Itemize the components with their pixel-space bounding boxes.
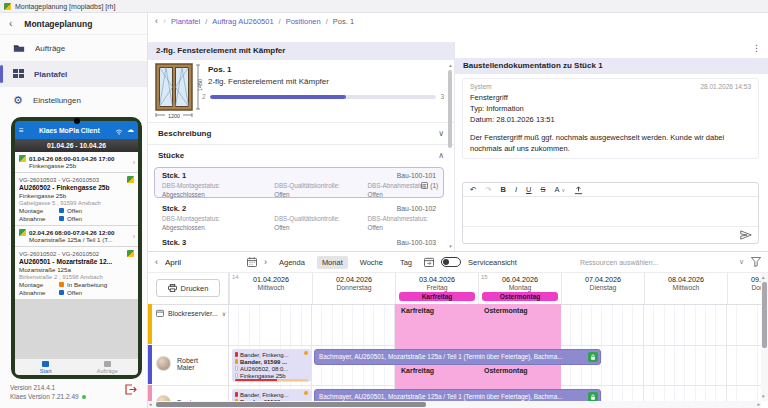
documentation-entry: System 28.01.2026 14:53 Fenstergriff Typ… [462,78,759,159]
bold-button[interactable]: B [501,186,506,194]
breadcrumb-plantafel[interactable]: Plantafel [171,17,200,26]
list-item[interactable]: VG-26010502 - VG-26010502 AU260501 - Moz… [15,247,138,299]
day-date: 07.04.2026 [562,275,644,284]
folder-icon [13,39,25,57]
undo-icon[interactable]: ↶ [470,186,476,194]
stueck-bau-number: Bau-100-101 [397,172,436,179]
vg-number: VG-26010502 - VG-26010502 [19,251,99,257]
phone-tab-start[interactable]: Start [15,359,77,375]
logout-icon[interactable] [124,381,137,399]
sidebar-item-plantafel[interactable]: Plantafel [0,61,147,87]
position-panel-header: 2-flg. Fensterelement mit Kämpfer [148,43,454,60]
day-header: 09.04.2026 Donnerstag [727,273,761,304]
chip-line: Bander, Finkeng... [240,392,289,398]
filter-icon[interactable] [751,253,761,271]
panel-scrollbar[interactable]: ▴ ▾ [447,60,454,251]
breadcrumb-auftrag[interactable]: Auftrag AU260501 [212,17,273,26]
menu-icon[interactable]: ≡ [19,126,24,135]
redo-icon[interactable]: ↷ [485,186,491,194]
datepicker-icon[interactable] [247,253,257,271]
prev-month-icon[interactable]: ‹ [155,257,158,267]
day-date: 02.04.2026 [313,275,395,284]
calendar-event[interactable]: Bachmayer, AU260501, Mozartstraße 125a /… [314,389,601,401]
board-icon [13,65,24,83]
stueck-title: Stck. 3 [162,238,186,247]
day-header: 03.04.2026 Freitag Karfreitag [395,273,478,304]
sidebar-item-einstellungen[interactable]: ⚙ Einstellungen [0,87,147,113]
day-header: 15 06.04.2026 Montag Ostermontag [478,273,561,304]
list-item[interactable]: 02.04.26 08:00-07.04.26 12:00 Mozartstra… [15,226,138,246]
note-badge[interactable]: (1) [421,182,438,189]
day-header: 07.04.2026 Dienstag [561,273,644,304]
phone-app-title: Klaes MoPla Client [28,127,111,134]
status-label: DBS-Abnahmestatus: [367,215,428,222]
view-tab-woche[interactable]: Woche [355,256,388,269]
scroll-left-icon[interactable]: ◂ [149,402,152,407]
row-color-bar [148,304,152,344]
day-header: 02.04.2026 Donnerstag [312,273,395,304]
sidebar-back-icon[interactable]: ‹ [9,19,12,29]
breadcrumb-positionen[interactable]: Positionen [286,17,321,26]
scroll-up-icon[interactable]: ▴ [447,62,454,68]
appointment-title: Finkengasse 25b [29,162,134,169]
font-color-button[interactable]: A∨ [555,186,566,194]
service-view-toggle[interactable] [441,257,461,267]
print-button[interactable]: Drucken [156,279,220,297]
italic-button[interactable]: I [515,186,517,194]
chevron-right-icon: › [133,233,135,240]
scroll-down-icon[interactable]: ▾ [447,243,454,249]
upload-icon[interactable] [574,181,583,199]
documentation-panel: ⋮ Baustellendokumentation zu Stück 1 Sys… [455,42,768,251]
printer-icon [168,284,177,292]
stueck-card-2[interactable]: Stck. 2Bau-100-102 DBS-Montagestatus:Abg… [154,201,444,232]
status-value: Offen [274,191,289,198]
status-open-icon [59,290,64,295]
view-tab-agenda[interactable]: Agenda [274,256,310,269]
send-icon[interactable] [740,226,752,244]
underline-button[interactable]: U [526,186,531,194]
scrollbar-thumb[interactable] [762,282,767,348]
stueck-bau-number: Bau-100-103 [397,239,436,246]
appointment-chip-card[interactable]: Bander, Finkeng... Bander, 91599 ... AU2… [232,349,311,382]
today-icon[interactable] [424,253,434,271]
cloud-sync-icon[interactable]: ☁ [127,126,134,134]
resources-input[interactable] [580,259,732,266]
sidebar-item-auftraege[interactable]: Aufträge [0,35,147,61]
block-reservation-dropdown[interactable]: Blockreservier... ∨ [156,309,226,317]
horizontal-scrollbar[interactable]: ◂ ▸ [148,401,761,408]
nav-back-icon[interactable]: ‹ [155,16,158,26]
view-tab-monat[interactable]: Monat [317,256,348,269]
calendar-event[interactable]: Bachmayer, AU260501, Mozartstraße 125a /… [314,349,601,365]
section-label: Stücke [158,151,184,160]
nav-forward-icon[interactable]: › [163,16,166,26]
stueck-card-3[interactable]: Stck. 3Bau-100-103 [154,235,444,251]
day-weekday: Donnerstag [728,284,761,291]
list-item[interactable]: VG-26010503 - VG-26010503 AU260502 - Fin… [15,173,138,225]
phone-tab-label: Aufträge [97,368,118,374]
scroll-down-icon[interactable]: ▾ [762,394,765,399]
section-beschreibung[interactable]: Beschreibung ∨ [148,122,454,144]
stueck-title: Stck. 1 [162,171,186,180]
phone-tab-auftraege[interactable]: Aufträge [77,359,139,375]
editor-toolbar: ↶ ↷ B I U S A∨ [463,183,758,197]
month-label: April [165,258,181,267]
scroll-right-icon[interactable]: ▸ [757,402,760,407]
strikethrough-button[interactable]: S [541,186,546,194]
scrollbar-thumb[interactable] [156,402,426,407]
holiday-badge: Karfreitag [399,292,475,301]
more-options-icon[interactable]: ⋮ [752,43,761,53]
section-stuecke[interactable]: Stücke ∧ [148,144,454,166]
scroll-up-icon[interactable]: ▴ [762,275,765,280]
view-tab-tag[interactable]: Tag [395,256,417,269]
next-month-icon[interactable]: › [264,257,267,267]
appointment-chip-card[interactable]: Bander, Finkeng... Bander, 91599 ... AU2… [232,389,311,401]
vertical-scrollbar[interactable]: ▴ ▾ [761,273,768,401]
chevron-down-icon[interactable]: ∨ [739,258,744,266]
width-dimension: 1200 [168,113,180,119]
order-place: Mozartstraße 125a [19,266,134,273]
stueck-card-1[interactable]: Stck. 1Bau-100-101 DBS-Montagestatus:Abg… [154,167,444,198]
status-value: Offen [367,191,382,198]
scrollbar-thumb[interactable] [448,70,452,148]
comment-input[interactable] [463,197,758,226]
list-item[interactable]: 01.04.26 08:00-01.04.26 17:00 Finkengass… [15,152,138,172]
